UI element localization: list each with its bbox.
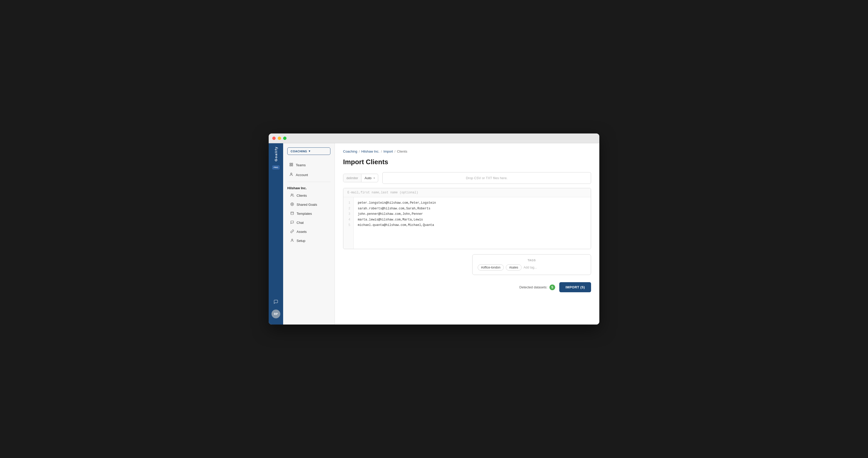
company-name: Hilshaw Inc. bbox=[283, 184, 335, 191]
sidebar-item-label: Templates bbox=[297, 212, 312, 216]
breadcrumb: Coaching / Hilshaw Inc. / Import / Clien… bbox=[343, 150, 591, 153]
line-num-4: 4 bbox=[346, 217, 350, 223]
sidebar-left: Goalify PRO RP bbox=[269, 143, 283, 325]
csv-text-area[interactable]: peter.longstein@hilshaw.com,Peter,Logste… bbox=[354, 197, 591, 249]
detected-count-badge: 5 bbox=[550, 285, 555, 290]
minimize-button[interactable] bbox=[278, 137, 281, 140]
page-title: Import Clients bbox=[343, 158, 591, 166]
delimiter-selected: Auto bbox=[365, 176, 371, 180]
csv-row: michael.quanta@hilshaw.com,Michael,Quant… bbox=[358, 223, 587, 228]
breadcrumb-company[interactable]: Hilshaw Inc. bbox=[362, 150, 379, 153]
svg-point-5 bbox=[291, 194, 292, 195]
svg-point-4 bbox=[291, 173, 292, 174]
tags-section: TAGS #office-london #sales Add tag... bbox=[472, 254, 591, 275]
sidebar-item-templates[interactable]: Templates bbox=[285, 209, 333, 218]
sidebar-item-clients[interactable]: Clients bbox=[285, 191, 333, 200]
sidebar-item-chat[interactable]: Chat bbox=[285, 219, 333, 227]
delimiter-value[interactable]: Auto ▾ bbox=[362, 174, 378, 182]
breadcrumb-sep: / bbox=[359, 150, 360, 153]
delimiter-label: delimiter bbox=[343, 174, 362, 182]
sidebar-item-label: Chat bbox=[297, 221, 304, 225]
sidebar-item-label: Teams bbox=[296, 163, 306, 167]
breadcrumb-import[interactable]: Import bbox=[383, 150, 393, 153]
maximize-button[interactable] bbox=[283, 137, 286, 140]
breadcrumb-current: Clients bbox=[397, 150, 407, 153]
detected-text: Detected datasets: bbox=[520, 285, 548, 289]
coaching-button[interactable]: COACHING ▾ bbox=[287, 148, 331, 155]
close-button[interactable] bbox=[272, 137, 276, 140]
breadcrumb-sep: / bbox=[381, 150, 382, 153]
app-logo[interactable]: Goalify bbox=[274, 146, 278, 161]
coaching-chevron-icon: ▾ bbox=[309, 150, 311, 153]
chevron-down-icon: ▾ bbox=[374, 176, 375, 179]
chat-icon bbox=[290, 221, 294, 225]
breadcrumb-sep: / bbox=[395, 150, 396, 153]
line-numbers: 1 2 3 4 5 bbox=[343, 197, 354, 249]
setup-icon bbox=[290, 238, 294, 243]
sidebar-item-label: Account bbox=[296, 173, 308, 177]
delimiter-select[interactable]: delimiter Auto ▾ bbox=[343, 174, 378, 182]
svg-rect-0 bbox=[290, 163, 291, 164]
tags-container: TAGS #office-london #sales Add tag... bbox=[343, 254, 591, 280]
svg-rect-2 bbox=[290, 165, 291, 166]
titlebar bbox=[269, 133, 599, 143]
csv-row: sarah.roberts@hilshaw.com,Sarah,Roberts bbox=[358, 206, 587, 212]
tag-chip-0[interactable]: #office-london bbox=[478, 264, 504, 270]
csv-editor-placeholder: E-mail,first name,last name (optional) bbox=[343, 188, 591, 197]
app-body: Goalify PRO RP COACHING ▾ bbox=[269, 143, 599, 325]
line-num-2: 2 bbox=[346, 206, 350, 212]
svg-point-7 bbox=[292, 204, 293, 205]
templates-icon bbox=[290, 211, 294, 216]
line-num-1: 1 bbox=[346, 200, 350, 206]
app-window: Goalify PRO RP COACHING ▾ bbox=[269, 133, 599, 325]
csv-row: john.penner@hilshaw.com,John,Penner bbox=[358, 211, 587, 217]
sidebar-item-label: Assets bbox=[297, 230, 307, 234]
sidebar-item-shared-goals[interactable]: Shared Goals bbox=[285, 200, 333, 209]
account-icon bbox=[289, 172, 293, 177]
teams-icon bbox=[289, 163, 293, 167]
svg-rect-8 bbox=[291, 212, 294, 215]
csv-row: peter.longstein@hilshaw.com,Peter,Logste… bbox=[358, 200, 587, 206]
csv-row: marta.lewis@hilshaw.com,Marta,Lewis bbox=[358, 217, 587, 223]
sidebar-nav: COACHING ▾ Teams bbox=[283, 143, 335, 325]
drop-zone[interactable]: Drop CSV or TXT files here. bbox=[382, 172, 591, 184]
csv-editor-body[interactable]: 1 2 3 4 5 peter.longstein@hilshaw.com,Pe… bbox=[343, 197, 591, 249]
sidebar-item-setup[interactable]: Setup bbox=[285, 236, 333, 245]
tag-chip-1[interactable]: #sales bbox=[506, 264, 522, 270]
tags-row: #office-london #sales Add tag... bbox=[478, 264, 586, 270]
sidebar-item-label: Shared Goals bbox=[297, 203, 317, 206]
shared-goals-icon bbox=[290, 202, 294, 207]
csv-editor: E-mail,first name,last name (optional) 1… bbox=[343, 188, 591, 249]
assets-icon bbox=[290, 230, 294, 234]
svg-point-6 bbox=[291, 203, 294, 206]
import-button[interactable]: IMPORT (5) bbox=[559, 282, 591, 292]
tags-label: TAGS bbox=[478, 259, 586, 262]
chat-icon-button[interactable] bbox=[271, 297, 281, 306]
svg-rect-1 bbox=[292, 163, 293, 164]
svg-rect-3 bbox=[292, 165, 293, 166]
sidebar-left-bottom: RP bbox=[271, 297, 281, 321]
sidebar-item-label: Clients bbox=[297, 194, 307, 197]
line-num-5: 5 bbox=[346, 223, 350, 228]
sidebar-item-label: Setup bbox=[297, 239, 305, 243]
sidebar-item-account[interactable]: Account bbox=[285, 170, 333, 179]
svg-point-10 bbox=[292, 239, 293, 240]
coaching-label: COACHING bbox=[291, 150, 307, 153]
clients-icon bbox=[290, 193, 294, 198]
sidebar-item-assets[interactable]: Assets bbox=[285, 227, 333, 236]
bottom-row: Detected datasets: 5 IMPORT (5) bbox=[343, 282, 591, 292]
sidebar-item-teams[interactable]: Teams bbox=[285, 160, 333, 170]
pro-badge: PRO bbox=[272, 165, 279, 169]
user-avatar[interactable]: RP bbox=[272, 309, 280, 318]
import-controls: delimiter Auto ▾ Drop CSV or TXT files h… bbox=[343, 172, 591, 184]
breadcrumb-coaching[interactable]: Coaching bbox=[343, 150, 357, 153]
main-content: Coaching / Hilshaw Inc. / Import / Clien… bbox=[335, 143, 599, 325]
line-num-3: 3 bbox=[346, 211, 350, 217]
add-tag-input[interactable]: Add tag... bbox=[524, 266, 537, 269]
detected-datasets-label: Detected datasets: 5 bbox=[520, 285, 555, 290]
